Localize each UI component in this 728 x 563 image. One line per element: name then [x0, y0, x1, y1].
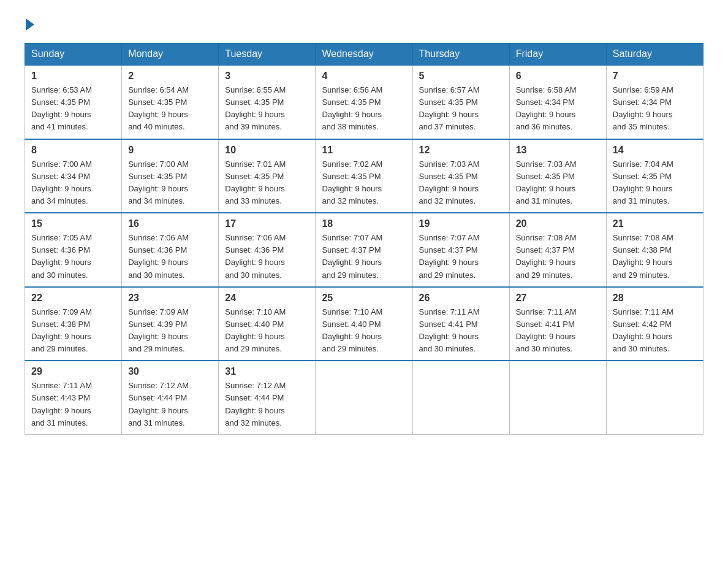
- day-info: Sunrise: 7:08 AMSunset: 4:38 PMDaylight:…: [613, 232, 697, 282]
- day-number: 28: [613, 293, 697, 304]
- day-number: 21: [613, 218, 697, 229]
- calendar-cell: 21Sunrise: 7:08 AMSunset: 4:38 PMDayligh…: [606, 213, 703, 287]
- calendar-week-row: 8Sunrise: 7:00 AMSunset: 4:34 PMDaylight…: [25, 139, 703, 213]
- day-info: Sunrise: 6:58 AMSunset: 4:34 PMDaylight:…: [516, 84, 600, 134]
- weekday-header-thursday: Thursday: [412, 44, 509, 66]
- calendar-cell: 28Sunrise: 7:11 AMSunset: 4:42 PMDayligh…: [606, 287, 703, 361]
- calendar-cell: 19Sunrise: 7:07 AMSunset: 4:37 PMDayligh…: [412, 213, 509, 287]
- day-info: Sunrise: 7:11 AMSunset: 4:42 PMDaylight:…: [613, 306, 697, 356]
- day-number: 29: [31, 366, 115, 377]
- day-info: Sunrise: 7:11 AMSunset: 4:41 PMDaylight:…: [516, 306, 600, 356]
- calendar-cell: 24Sunrise: 7:10 AMSunset: 4:40 PMDayligh…: [219, 287, 316, 361]
- day-number: 24: [225, 293, 309, 304]
- day-number: 3: [225, 71, 309, 82]
- day-info: Sunrise: 7:00 AMSunset: 4:35 PMDaylight:…: [128, 158, 212, 208]
- day-number: 15: [31, 218, 115, 229]
- calendar-cell: 7Sunrise: 6:59 AMSunset: 4:34 PMDaylight…: [606, 65, 703, 139]
- calendar-cell: 14Sunrise: 7:04 AMSunset: 4:35 PMDayligh…: [606, 139, 703, 213]
- day-number: 12: [419, 145, 503, 156]
- calendar-cell: 16Sunrise: 7:06 AMSunset: 4:36 PMDayligh…: [122, 213, 219, 287]
- calendar-cell: 9Sunrise: 7:00 AMSunset: 4:35 PMDaylight…: [122, 139, 219, 213]
- day-info: Sunrise: 6:55 AMSunset: 4:35 PMDaylight:…: [225, 84, 309, 134]
- calendar-week-row: 22Sunrise: 7:09 AMSunset: 4:38 PMDayligh…: [25, 287, 703, 361]
- weekday-header-sunday: Sunday: [25, 44, 122, 66]
- calendar-cell: 12Sunrise: 7:03 AMSunset: 4:35 PMDayligh…: [412, 139, 509, 213]
- calendar-cell: 31Sunrise: 7:12 AMSunset: 4:44 PMDayligh…: [219, 361, 316, 434]
- day-info: Sunrise: 7:06 AMSunset: 4:36 PMDaylight:…: [225, 232, 309, 282]
- day-number: 17: [225, 218, 309, 229]
- calendar-cell: 25Sunrise: 7:10 AMSunset: 4:40 PMDayligh…: [316, 287, 412, 361]
- calendar-cell: 17Sunrise: 7:06 AMSunset: 4:36 PMDayligh…: [219, 213, 316, 287]
- calendar-cell: 6Sunrise: 6:58 AMSunset: 4:34 PMDaylight…: [509, 65, 606, 139]
- day-number: 14: [613, 145, 697, 156]
- calendar-cell: [606, 361, 703, 434]
- calendar-week-row: 29Sunrise: 7:11 AMSunset: 4:43 PMDayligh…: [25, 361, 703, 434]
- day-info: Sunrise: 7:06 AMSunset: 4:36 PMDaylight:…: [128, 232, 212, 282]
- page-header: [25, 18, 703, 31]
- day-info: Sunrise: 6:56 AMSunset: 4:35 PMDaylight:…: [322, 84, 406, 134]
- calendar-cell: 27Sunrise: 7:11 AMSunset: 4:41 PMDayligh…: [509, 287, 606, 361]
- day-info: Sunrise: 6:59 AMSunset: 4:34 PMDaylight:…: [613, 84, 697, 134]
- calendar-cell: 23Sunrise: 7:09 AMSunset: 4:39 PMDayligh…: [122, 287, 219, 361]
- day-number: 6: [516, 71, 600, 82]
- day-number: 25: [322, 293, 406, 304]
- day-number: 31: [225, 366, 309, 377]
- calendar-cell: 22Sunrise: 7:09 AMSunset: 4:38 PMDayligh…: [25, 287, 122, 361]
- day-info: Sunrise: 7:02 AMSunset: 4:35 PMDaylight:…: [322, 158, 406, 208]
- day-info: Sunrise: 7:08 AMSunset: 4:37 PMDaylight:…: [516, 232, 600, 282]
- day-number: 10: [225, 145, 309, 156]
- day-info: Sunrise: 6:54 AMSunset: 4:35 PMDaylight:…: [128, 84, 212, 134]
- day-number: 7: [613, 71, 697, 82]
- weekday-header-saturday: Saturday: [606, 44, 703, 66]
- calendar-cell: 4Sunrise: 6:56 AMSunset: 4:35 PMDaylight…: [316, 65, 412, 139]
- day-info: Sunrise: 7:07 AMSunset: 4:37 PMDaylight:…: [322, 232, 406, 282]
- calendar-cell: [509, 361, 606, 434]
- day-number: 20: [516, 218, 600, 229]
- day-info: Sunrise: 7:07 AMSunset: 4:37 PMDaylight:…: [419, 232, 503, 282]
- weekday-header-monday: Monday: [122, 44, 219, 66]
- day-number: 16: [128, 218, 212, 229]
- day-number: 30: [128, 366, 212, 377]
- day-info: Sunrise: 7:10 AMSunset: 4:40 PMDaylight:…: [225, 306, 309, 356]
- logo-arrow-icon: [26, 18, 34, 31]
- calendar-cell: 18Sunrise: 7:07 AMSunset: 4:37 PMDayligh…: [316, 213, 412, 287]
- day-info: Sunrise: 7:09 AMSunset: 4:38 PMDaylight:…: [31, 306, 115, 356]
- calendar-cell: 11Sunrise: 7:02 AMSunset: 4:35 PMDayligh…: [316, 139, 412, 213]
- day-number: 18: [322, 218, 406, 229]
- weekday-header-tuesday: Tuesday: [219, 44, 316, 66]
- calendar-cell: 10Sunrise: 7:01 AMSunset: 4:35 PMDayligh…: [219, 139, 316, 213]
- day-info: Sunrise: 7:00 AMSunset: 4:34 PMDaylight:…: [31, 158, 115, 208]
- day-info: Sunrise: 7:01 AMSunset: 4:35 PMDaylight:…: [225, 158, 309, 208]
- day-number: 13: [516, 145, 600, 156]
- calendar-cell: [316, 361, 412, 434]
- day-info: Sunrise: 7:11 AMSunset: 4:43 PMDaylight:…: [31, 380, 115, 429]
- calendar-week-row: 1Sunrise: 6:53 AMSunset: 4:35 PMDaylight…: [25, 65, 703, 139]
- weekday-header-wednesday: Wednesday: [316, 44, 412, 66]
- day-info: Sunrise: 7:05 AMSunset: 4:36 PMDaylight:…: [31, 232, 115, 282]
- day-number: 1: [31, 71, 115, 82]
- calendar-cell: 26Sunrise: 7:11 AMSunset: 4:41 PMDayligh…: [412, 287, 509, 361]
- logo: [25, 18, 36, 31]
- day-info: Sunrise: 7:12 AMSunset: 4:44 PMDaylight:…: [225, 380, 309, 429]
- day-number: 5: [419, 71, 503, 82]
- calendar-cell: 20Sunrise: 7:08 AMSunset: 4:37 PMDayligh…: [509, 213, 606, 287]
- calendar-cell: 8Sunrise: 7:00 AMSunset: 4:34 PMDaylight…: [25, 139, 122, 213]
- day-number: 19: [419, 218, 503, 229]
- calendar-week-row: 15Sunrise: 7:05 AMSunset: 4:36 PMDayligh…: [25, 213, 703, 287]
- day-info: Sunrise: 7:03 AMSunset: 4:35 PMDaylight:…: [516, 158, 600, 208]
- day-number: 2: [128, 71, 212, 82]
- calendar-cell: 1Sunrise: 6:53 AMSunset: 4:35 PMDaylight…: [25, 65, 122, 139]
- calendar-cell: 13Sunrise: 7:03 AMSunset: 4:35 PMDayligh…: [509, 139, 606, 213]
- calendar-cell: 30Sunrise: 7:12 AMSunset: 4:44 PMDayligh…: [122, 361, 219, 434]
- day-number: 22: [31, 293, 115, 304]
- day-number: 27: [516, 293, 600, 304]
- day-info: Sunrise: 7:03 AMSunset: 4:35 PMDaylight:…: [419, 158, 503, 208]
- calendar-cell: 2Sunrise: 6:54 AMSunset: 4:35 PMDaylight…: [122, 65, 219, 139]
- calendar-cell: 3Sunrise: 6:55 AMSunset: 4:35 PMDaylight…: [219, 65, 316, 139]
- day-number: 26: [419, 293, 503, 304]
- day-number: 23: [128, 293, 212, 304]
- calendar-header-row: SundayMondayTuesdayWednesdayThursdayFrid…: [25, 44, 703, 66]
- calendar-table: SundayMondayTuesdayWednesdayThursdayFrid…: [25, 43, 703, 435]
- day-info: Sunrise: 7:04 AMSunset: 4:35 PMDaylight:…: [613, 158, 697, 208]
- day-info: Sunrise: 7:11 AMSunset: 4:41 PMDaylight:…: [419, 306, 503, 356]
